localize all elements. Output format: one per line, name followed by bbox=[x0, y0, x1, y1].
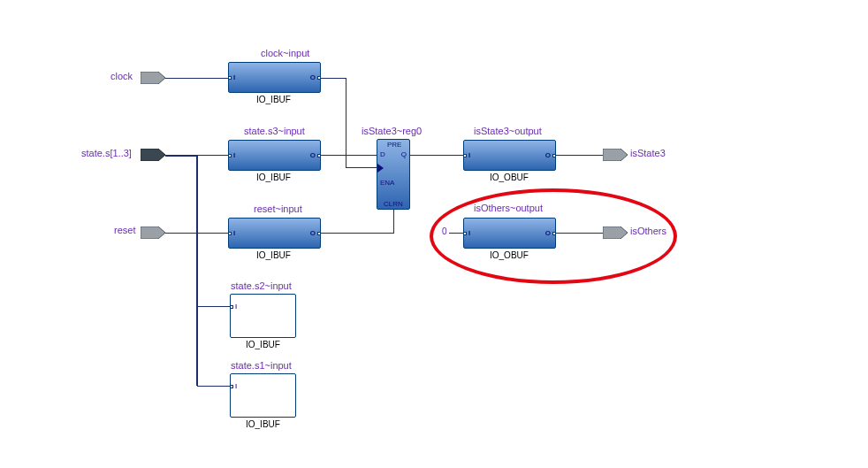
pin-i: I bbox=[233, 73, 235, 81]
wire bbox=[165, 233, 228, 234]
block-title-reset-input: reset~input bbox=[254, 203, 302, 214]
wire bbox=[165, 155, 196, 157]
wire bbox=[197, 155, 228, 156]
pin-o: O bbox=[310, 151, 316, 159]
reg-q: Q bbox=[401, 150, 407, 158]
block-clock-input: I O bbox=[228, 62, 321, 93]
pin-i: I bbox=[468, 151, 470, 159]
wire bbox=[321, 155, 377, 156]
block-sub-s1-input: IO_IBUF bbox=[246, 419, 280, 429]
block-title-s3-input: state.s3~input bbox=[244, 126, 305, 136]
wire bbox=[197, 306, 230, 307]
port-isState3 bbox=[603, 149, 628, 161]
block-isState3-out: I O bbox=[463, 140, 556, 171]
port-reset bbox=[141, 226, 165, 239]
reg-title: isState3~reg0 bbox=[362, 126, 422, 136]
pin-o: O bbox=[310, 229, 316, 237]
block-sub-reset-input: IO_IBUF bbox=[256, 250, 291, 260]
reg-clock-triangle bbox=[377, 164, 384, 173]
wire bbox=[197, 386, 230, 387]
reg-pre: PRE bbox=[387, 141, 401, 149]
wire bbox=[346, 167, 377, 168]
block-sub-s2-input: IO_IBUF bbox=[246, 340, 280, 349]
svg-marker-0 bbox=[141, 72, 165, 84]
wire bbox=[321, 78, 346, 79]
block-s1-input: I bbox=[230, 373, 296, 418]
wire bbox=[321, 233, 393, 234]
pin-i: I bbox=[233, 229, 235, 237]
annotation-highlight-ellipse bbox=[430, 188, 677, 284]
pin-i: I bbox=[235, 382, 237, 390]
wire bbox=[196, 155, 198, 386]
block-title-s2-input: state.s2~input bbox=[231, 280, 292, 291]
pin-i: I bbox=[235, 303, 237, 311]
port-label-reset: reset bbox=[114, 225, 135, 235]
wire bbox=[556, 155, 603, 156]
svg-marker-3 bbox=[603, 149, 628, 161]
port-label-isState3: isState3 bbox=[630, 148, 666, 158]
block-title-clock-input: clock~input bbox=[261, 48, 309, 58]
wire bbox=[346, 78, 346, 167]
block-s2-input: I bbox=[230, 294, 296, 338]
block-title-isState3-out: isState3~output bbox=[474, 126, 542, 136]
reg-ena: ENA bbox=[380, 179, 394, 187]
block-sub-isState3-out: IO_OBUF bbox=[490, 173, 529, 182]
pin-i: I bbox=[233, 151, 235, 159]
svg-marker-1 bbox=[141, 149, 165, 161]
reg-d: D bbox=[380, 150, 385, 158]
port-state-bus bbox=[141, 149, 165, 161]
block-title-s1-input: state.s1~input bbox=[231, 360, 292, 371]
block-s3-input: I O bbox=[228, 140, 321, 171]
pin-o: O bbox=[545, 151, 551, 159]
svg-marker-2 bbox=[141, 226, 165, 239]
port-clock bbox=[141, 72, 165, 84]
block-reg: PRE D Q ENA CLRN bbox=[377, 139, 410, 210]
port-label-clock: clock bbox=[110, 71, 133, 81]
wire bbox=[165, 78, 228, 79]
wire bbox=[393, 210, 394, 234]
wire bbox=[410, 155, 463, 156]
pin-o: O bbox=[310, 73, 316, 81]
port-label-state-bus: state.s[1..3] bbox=[81, 148, 132, 158]
block-sub-clock-input: IO_IBUF bbox=[256, 95, 291, 104]
block-sub-s3-input: IO_IBUF bbox=[256, 173, 291, 182]
block-reset-input: I O bbox=[228, 218, 321, 249]
reg-clrn: CLRN bbox=[384, 200, 403, 208]
